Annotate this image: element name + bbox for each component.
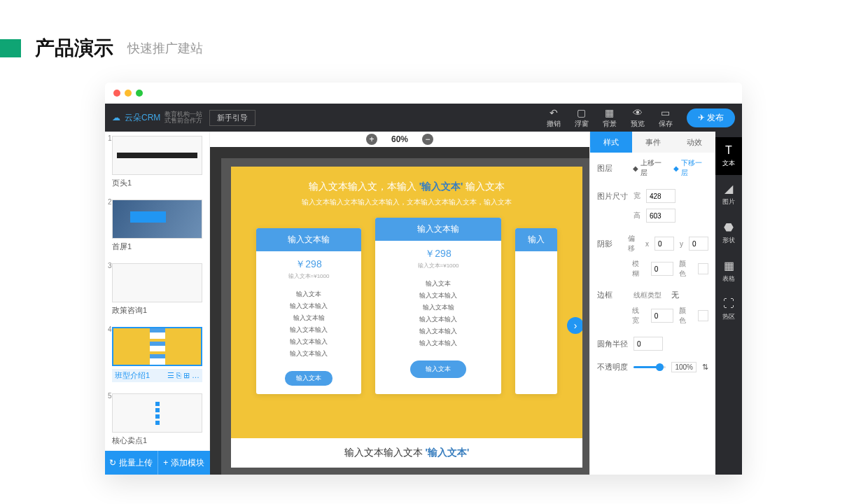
opacity-slider[interactable] [634, 366, 666, 368]
page-label: 政策咨询1 [112, 305, 202, 316]
card-price: ￥298 [375, 241, 501, 262]
page-list[interactable]: 1 页头1 2 首屏1 3 政策咨询1 4 班型介绍1 ☰ ⎘ ⊞ … [105, 132, 210, 451]
page-list-footer: ↻批量上传 +添加模块 [105, 451, 210, 475]
opacity-label: 不透明度 [597, 362, 628, 372]
brand-tagline: 教育机构一站式售前合作方 [164, 111, 202, 124]
page-heading: 产品演示 快速推广建站 [0, 0, 847, 83]
properties-panel: 样式 事件 动效 图层 ◆上移一层 ◆下移一层 图片尺寸 宽 高 阴影 偏 [589, 132, 715, 475]
preview-button[interactable]: 👁预览 [631, 107, 645, 129]
rail-table[interactable]: ▦表格 [715, 252, 742, 290]
page-thumb-3[interactable]: 3 政策咨询1 [105, 259, 209, 323]
maximize-dot[interactable] [136, 90, 143, 97]
zoom-bar: + 60% − [210, 132, 589, 147]
image-icon: ◢ [724, 182, 733, 195]
tab-animation[interactable]: 动效 [673, 132, 715, 153]
close-dot[interactable] [113, 90, 120, 97]
shadow-x-input[interactable] [654, 237, 674, 251]
refresh-icon: ↻ [109, 458, 116, 468]
canvas-area[interactable]: + 60% − 输入文本输入文，本输入 '输入文本' 输入文本 输入文本输入文本… [210, 132, 589, 475]
prop-tabs: 样式 事件 动效 [590, 132, 715, 153]
publish-button[interactable]: ✈ 发布 [687, 108, 735, 127]
card-head: 输入文本输 [256, 228, 361, 251]
page-thumb-1[interactable]: 1 页头1 [105, 132, 209, 195]
card-head: 输入 [515, 228, 557, 251]
card-cta-button[interactable]: 输入文本 [410, 360, 466, 378]
next-slide-button[interactable]: › [567, 317, 582, 334]
shadow-label: 阴影 [597, 239, 622, 249]
rail-hotzone[interactable]: ⛶热区 [715, 290, 742, 328]
app-window: ☁ 云朵CRM 教育机构一站式售前合作方 新手引导 ↶撤销 ▢浮窗 ▦背景 👁预… [105, 83, 742, 475]
cloud-icon: ☁ [112, 113, 120, 122]
page-thumb-5[interactable]: 5 核心卖点1 [105, 389, 209, 451]
border-label: 边框 [597, 290, 628, 300]
canvas-heading[interactable]: 输入文本输入文，本输入 '输入文本' 输入文本 [231, 167, 582, 193]
page-actions-icon[interactable]: ☰ ⎘ ⊞ … [167, 371, 200, 380]
page-thumb-4[interactable]: 4 班型介绍1 ☰ ⎘ ⊞ … [105, 323, 209, 389]
link-icon[interactable]: ⇅ [702, 363, 708, 372]
page-thumb-2[interactable]: 2 首屏1 [105, 195, 209, 259]
shadow-color-swatch[interactable] [698, 263, 708, 274]
layer-down-button[interactable]: ◆下移一层 [673, 158, 708, 178]
radius-input[interactable] [634, 337, 663, 351]
layer-up-button[interactable]: ◆上移一层 [633, 158, 668, 178]
page-label: 首屏1 [112, 241, 202, 252]
component-rail: T文本 ◢图片 ⬣形状 ▦表格 ⛶热区 [715, 132, 742, 475]
title-main: 产品演示 [35, 35, 113, 62]
ruler-vertical [210, 147, 221, 475]
zoom-in-button[interactable]: + [366, 134, 377, 145]
border-width-input[interactable] [651, 309, 673, 323]
grid-icon: ▦ [724, 259, 734, 272]
rail-image[interactable]: ◢图片 [715, 175, 742, 214]
brand-name: 云朵CRM [125, 112, 160, 124]
shadow-blur-input[interactable] [651, 262, 673, 276]
background-icon: ▦ [605, 107, 614, 118]
rail-shape[interactable]: ⬣形状 [715, 214, 742, 252]
eye-icon: 👁 [633, 107, 643, 118]
undo-icon: ↶ [550, 107, 558, 118]
border-type-select[interactable]: 无 [671, 290, 679, 300]
canvas-subheading[interactable]: 输入文本输入文本输入文本输入，文本输入文本输入文本，输入文本 [231, 197, 582, 207]
add-module-button[interactable]: +添加模块 [158, 451, 211, 475]
border-color-swatch[interactable] [698, 310, 708, 321]
card-head: 输入文本输 [375, 218, 501, 241]
guide-button[interactable]: 新手引导 [209, 110, 255, 126]
shape-icon: ⬣ [724, 220, 734, 234]
card-features: 输入文本输入文本输入 输入文本输输入文本输入 输入文本输入输入文本输入 [375, 275, 501, 356]
background-button[interactable]: ▦背景 [603, 107, 617, 129]
float-button[interactable]: ▢浮窗 [575, 107, 589, 129]
plus-icon: + [163, 458, 168, 468]
batch-upload-button[interactable]: ↻批量上传 [105, 451, 158, 475]
height-input[interactable] [646, 209, 676, 223]
shadow-y-input[interactable] [689, 237, 708, 251]
minimize-dot[interactable] [125, 90, 132, 97]
title-accent-bar [0, 39, 21, 57]
rail-text[interactable]: T文本 [715, 137, 742, 175]
float-icon: ▢ [577, 107, 586, 118]
zoom-out-button[interactable]: − [422, 134, 433, 145]
card-features: 输入文本输入文本输入 输入文本输输入文本输入 输入文本输入输入文本输入 [256, 286, 361, 367]
pricing-card[interactable]: 输入文本输 ￥298 输入文本=¥1000 输入文本输入文本输入 输入文本输输入… [256, 228, 361, 394]
card-cta-button[interactable]: 输入文本 [285, 371, 332, 386]
layer-up-icon: ◆ [633, 164, 638, 172]
title-subtitle: 快速推广建站 [127, 40, 203, 57]
save-button[interactable]: ▭保存 [659, 107, 673, 129]
design-canvas[interactable]: 输入文本输入文，本输入 '输入文本' 输入文本 输入文本输入文本输入文本输入，文… [231, 167, 582, 468]
radius-label: 圆角半径 [597, 339, 628, 349]
undo-button[interactable]: ↶撤销 [547, 107, 561, 129]
canvas-bottom-heading[interactable]: 输入文本输入文本 '输入文本' [231, 438, 582, 468]
tab-event[interactable]: 事件 [632, 132, 674, 153]
window-chrome [105, 83, 742, 104]
tab-style[interactable]: 样式 [590, 132, 632, 153]
save-icon: ▭ [661, 107, 670, 118]
width-input[interactable] [646, 189, 676, 203]
hotzone-icon: ⛶ [723, 298, 734, 310]
pricing-card-featured[interactable]: 输入文本输 ￥298 输入文本=¥1000 输入文本输入文本输入 输入文本输输入… [375, 218, 501, 394]
size-label: 图片尺寸 [597, 191, 628, 202]
page-label: 班型介绍1 ☰ ⎘ ⊞ … [112, 369, 202, 382]
card-price-sub: 输入文本=¥1000 [256, 272, 361, 286]
text-icon: T [725, 144, 732, 157]
pricing-card-partial[interactable]: 输入 [515, 228, 557, 394]
page-label: 核心卖点1 [112, 435, 202, 446]
layer-label: 图层 [597, 163, 627, 174]
page-label: 页头1 [112, 178, 202, 188]
